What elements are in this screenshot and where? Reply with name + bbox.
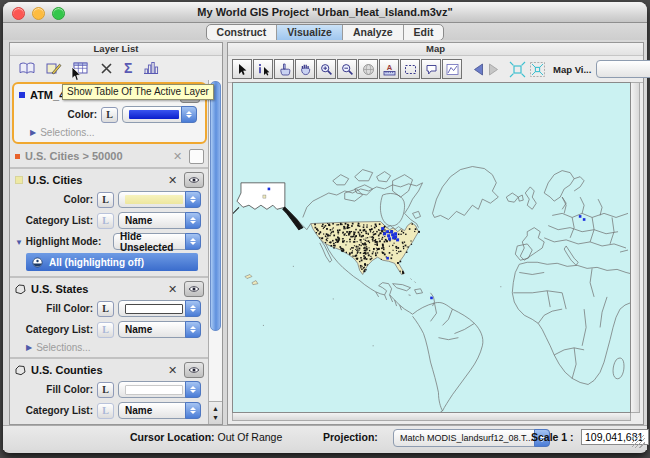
visibility-checkbox[interactable] <box>189 149 204 164</box>
hudson-bay <box>380 193 404 225</box>
category-dropdown[interactable]: Name <box>118 402 201 419</box>
close-window-button[interactable] <box>12 7 25 20</box>
scroll-up-icon[interactable]: ▲ <box>212 404 219 413</box>
layer-list-scrollbar[interactable]: ▲▼ <box>208 80 222 424</box>
category-dropdown[interactable]: Name <box>118 321 201 338</box>
legend-button[interactable]: L <box>101 107 118 123</box>
highlight-mode-dropdown[interactable]: Hide Unselected <box>113 233 201 250</box>
back-button[interactable] <box>471 63 486 76</box>
highlight-all-row[interactable]: All (highlighting off) <box>26 253 198 271</box>
visibility-eye-button[interactable] <box>184 281 204 297</box>
window-title: My World GIS Project "Urban_Heat_Island.… <box>197 6 452 18</box>
stepper-icon <box>185 233 201 250</box>
projection-dropdown[interactable]: Match MODIS_landsurf12_08.T... <box>393 429 550 447</box>
layer-bullet <box>19 92 25 98</box>
selections-disclosure[interactable]: ▶ Selections... <box>17 125 202 140</box>
fill-color-dropdown[interactable] <box>118 381 201 398</box>
select-tool-button[interactable] <box>232 59 252 79</box>
minimize-window-button[interactable] <box>32 7 45 20</box>
category-list-label: Category List: <box>15 405 93 416</box>
globe-icon <box>362 63 375 76</box>
tab-construct[interactable]: Construct <box>207 25 278 40</box>
stepper-icon <box>185 321 201 338</box>
tab-visualize[interactable]: Visualize <box>277 25 343 40</box>
scrollbar-buttons[interactable]: ▲▼ <box>209 401 222 424</box>
marquee-icon <box>404 63 417 76</box>
category-dropdown[interactable]: Name <box>118 212 201 229</box>
selections-disclosure[interactable]: ▶ Selections... <box>13 340 206 355</box>
disclosure-down-icon[interactable]: ▼ <box>15 238 23 247</box>
legend-button[interactable]: L <box>97 192 114 208</box>
resize-grip[interactable] <box>632 435 645 448</box>
back-icon <box>473 63 484 76</box>
book-icon[interactable] <box>19 61 35 75</box>
bahamas <box>409 279 416 296</box>
delete-layer-button[interactable]: ✕ <box>166 174 179 187</box>
fill-color-label: Fill Color: <box>15 384 93 395</box>
zoom-extent-icon <box>509 61 526 78</box>
layer-name[interactable]: U.S. Counties <box>31 364 161 376</box>
map-vertical-scrollbar[interactable] <box>631 82 640 413</box>
europe-coast <box>520 228 544 261</box>
layer-name[interactable]: U.S. Cities <box>28 174 161 186</box>
stepper-icon <box>181 106 197 123</box>
europe-borders <box>544 197 628 252</box>
delete-layer-button[interactable]: ✕ <box>171 150 184 163</box>
zoom-out-tool-button[interactable] <box>337 59 357 79</box>
color-dropdown[interactable] <box>118 191 201 208</box>
uk-outline <box>525 187 536 209</box>
pan-tool-button[interactable] <box>295 59 315 79</box>
main-content: Layer List Σ Show Table Of The Active La… <box>3 40 647 426</box>
callout-tool-button[interactable] <box>421 59 441 79</box>
color-dropdown[interactable] <box>122 106 197 123</box>
legend-button[interactable]: L <box>97 382 114 398</box>
legend-button-disabled[interactable]: L <box>97 213 114 229</box>
delete-layer-button[interactable]: ✕ <box>166 364 179 377</box>
layer-name[interactable]: U.S. Cities > 50000 <box>25 150 166 162</box>
globe-tool-button[interactable] <box>358 59 378 79</box>
delete-icon[interactable] <box>100 62 113 75</box>
marquee-select-button[interactable] <box>400 59 420 79</box>
legend-button-disabled[interactable]: L <box>97 322 114 338</box>
measure-tool-button[interactable]: A <box>379 59 399 79</box>
africa-borders <box>513 268 607 378</box>
identify-tool-button[interactable] <box>253 59 273 79</box>
south-america-outline <box>413 302 483 412</box>
map-horizontal-scrollbar[interactable] <box>232 413 631 421</box>
forward-button[interactable] <box>486 63 501 76</box>
title-bar: My World GIS Project "Urban_Heat_Island.… <box>3 2 647 23</box>
layer-name[interactable]: U.S. States <box>31 283 161 295</box>
svg-text:A: A <box>386 63 392 72</box>
edit-layer-icon[interactable] <box>46 61 62 75</box>
color-swatch <box>125 195 183 204</box>
histogram-icon[interactable] <box>143 61 159 75</box>
profile-tool-button[interactable] <box>442 59 462 79</box>
point-tool-button[interactable] <box>274 59 294 79</box>
legend-button[interactable]: L <box>97 301 114 317</box>
map-view-dropdown[interactable] <box>596 60 650 78</box>
central-america-borders <box>376 292 402 310</box>
greenland-outline <box>432 167 498 220</box>
scroll-down-icon[interactable]: ▼ <box>212 413 219 422</box>
fill-color-dropdown[interactable] <box>118 300 201 317</box>
scrollbar-thumb[interactable] <box>210 81 221 331</box>
highlight-mode-label: ▼ Highlight Mode: <box>15 236 93 247</box>
zoom-in-tool-button[interactable] <box>316 59 336 79</box>
layer-block-cities: U.S. Cities ✕ Color: L Category List: L … <box>10 169 209 278</box>
aleutians <box>233 207 239 217</box>
zoom-extent-button[interactable] <box>507 61 527 78</box>
hawaii <box>245 274 258 284</box>
zoom-selection-button[interactable] <box>527 61 547 78</box>
category-list-label: Category List: <box>15 215 93 226</box>
delete-layer-button[interactable]: ✕ <box>166 283 179 296</box>
selections-disclosure[interactable]: ▶ Selections... <box>13 421 206 424</box>
legend-button-disabled[interactable]: L <box>97 403 114 419</box>
tab-analyze[interactable]: Analyze <box>343 25 404 40</box>
sigma-icon[interactable]: Σ <box>124 60 132 76</box>
visibility-eye-button[interactable] <box>184 362 204 378</box>
map-canvas[interactable] <box>232 82 631 413</box>
color-swatch <box>129 110 179 119</box>
tab-edit[interactable]: Edit <box>404 25 444 40</box>
visibility-eye-button[interactable] <box>184 172 204 188</box>
zoom-window-button[interactable] <box>52 7 65 20</box>
